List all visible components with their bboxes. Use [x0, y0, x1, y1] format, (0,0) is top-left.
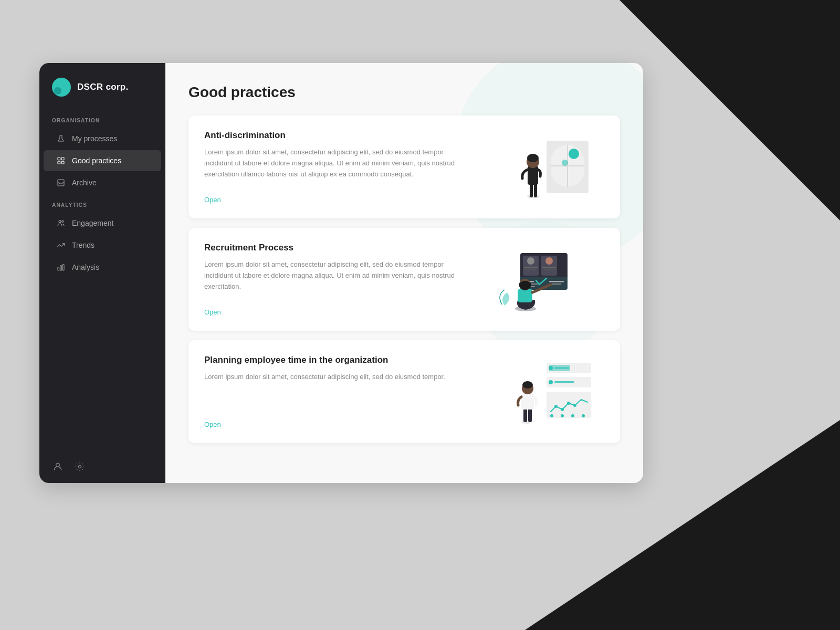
svg-point-50: [554, 405, 558, 408]
svg-rect-0: [58, 158, 60, 160]
sidebar-item-my-processes[interactable]: My processes: [44, 128, 161, 149]
svg-point-18: [527, 194, 540, 198]
card-open-link[interactable]: Open: [204, 421, 473, 428]
svg-point-63: [522, 381, 533, 388]
svg-rect-3: [61, 161, 64, 164]
card-description: Lorem ipsum dolor sit amet, consectetur …: [204, 259, 473, 300]
main-content: Good practices Anti-discrimination Lorem…: [165, 63, 643, 483]
grid-icon: [56, 156, 66, 165]
card-content: Recruitment Process Lorem ipsum dolor si…: [204, 243, 484, 316]
flask-icon: [56, 134, 66, 143]
card-title: Recruitment Process: [204, 243, 473, 253]
svg-point-53: [573, 404, 576, 407]
svg-point-30: [545, 257, 553, 265]
sidebar-item-label: Archive: [72, 178, 97, 187]
svg-point-55: [561, 414, 564, 417]
card-illustration-anti-discrimination: [484, 130, 604, 204]
sidebar-item-label: Engagement: [72, 219, 113, 227]
svg-point-11: [79, 466, 81, 468]
svg-rect-38: [551, 284, 561, 285]
svg-point-52: [567, 402, 570, 405]
svg-rect-9: [62, 265, 64, 270]
sidebar-item-archive[interactable]: Archive: [44, 172, 161, 193]
svg-point-10: [56, 463, 60, 467]
svg-rect-31: [542, 267, 556, 268]
svg-rect-32: [544, 269, 554, 270]
svg-point-5: [59, 220, 61, 223]
svg-point-16: [569, 149, 579, 159]
users-icon: [56, 218, 66, 228]
svg-point-26: [527, 257, 534, 265]
svg-point-57: [582, 414, 585, 417]
logo-text: DSCR corp.: [77, 82, 128, 92]
sidebar-item-label: Trends: [72, 241, 94, 249]
logo-icon: [52, 78, 71, 97]
card-planning-employee-time: Planning employee time in the organizati…: [188, 340, 620, 443]
svg-point-56: [571, 414, 574, 417]
svg-rect-28: [526, 269, 536, 270]
card-description: Lorem ipsum dolor sit amet, consectetur …: [204, 372, 473, 412]
sidebar-logo: DSCR corp.: [39, 63, 165, 109]
inbox-icon: [56, 178, 66, 187]
sidebar-item-trends[interactable]: Trends: [44, 235, 161, 256]
svg-point-6: [62, 220, 64, 222]
card-illustration-planning: [484, 355, 604, 428]
svg-rect-8: [60, 266, 62, 270]
card-open-link[interactable]: Open: [204, 196, 473, 204]
svg-rect-2: [58, 161, 60, 164]
svg-rect-19: [530, 183, 533, 197]
card-content: Planning employee time in the organizati…: [204, 355, 484, 428]
card-anti-discrimination: Anti-discrimination Lorem ipsum dolor si…: [188, 116, 620, 218]
section-label-analytics: ANALYTICS: [39, 194, 165, 212]
bg-triangle-top-right: [620, 0, 840, 220]
sidebar-item-label: Analysis: [72, 263, 99, 271]
card-description: Lorem ipsum dolor sit amet, consectetur …: [204, 147, 473, 187]
card-open-link[interactable]: Open: [204, 308, 473, 316]
svg-rect-7: [58, 267, 59, 270]
svg-rect-20: [534, 183, 537, 197]
svg-rect-40: [518, 289, 532, 302]
svg-point-23: [527, 154, 539, 162]
sidebar-footer: [39, 450, 165, 483]
svg-rect-59: [523, 407, 527, 422]
sidebar-item-analysis[interactable]: Analysis: [44, 257, 161, 278]
svg-point-17: [562, 160, 568, 166]
sidebar-item-label: Good practices: [72, 156, 121, 165]
card-illustration-recruitment: [484, 243, 604, 316]
card-content: Anti-discrimination Lorem ipsum dolor si…: [204, 130, 484, 204]
svg-point-54: [550, 414, 553, 417]
section-label-organisation: ORGANISATION: [39, 109, 165, 128]
svg-point-47: [549, 380, 553, 384]
svg-rect-1: [61, 158, 64, 160]
svg-rect-49: [547, 392, 591, 418]
sidebar-item-label: My processes: [72, 134, 117, 143]
svg-rect-61: [521, 394, 534, 410]
page-title: Good practices: [188, 84, 620, 101]
svg-rect-45: [554, 367, 569, 369]
card-title: Anti-discrimination: [204, 130, 473, 141]
svg-rect-60: [528, 407, 532, 422]
card-title: Planning employee time in the organizati…: [204, 355, 473, 365]
sidebar-item-good-practices[interactable]: Good practices: [44, 150, 161, 171]
sidebar-item-engagement[interactable]: Engagement: [44, 213, 161, 234]
svg-rect-37: [549, 281, 564, 282]
svg-point-44: [549, 366, 553, 370]
svg-rect-27: [524, 267, 538, 268]
settings-button[interactable]: [74, 461, 86, 472]
trending-up-icon: [56, 240, 66, 250]
svg-rect-48: [554, 381, 574, 383]
profile-button[interactable]: [52, 461, 64, 472]
svg-rect-21: [528, 166, 538, 185]
sidebar: DSCR corp. ORGANISATION My processes Goo…: [39, 63, 165, 483]
card-recruitment-process: Recruitment Process Lorem ipsum dolor si…: [188, 228, 620, 331]
app-window: DSCR corp. ORGANISATION My processes Goo…: [39, 63, 643, 483]
svg-point-51: [561, 408, 564, 411]
bar-chart-icon: [56, 262, 66, 272]
